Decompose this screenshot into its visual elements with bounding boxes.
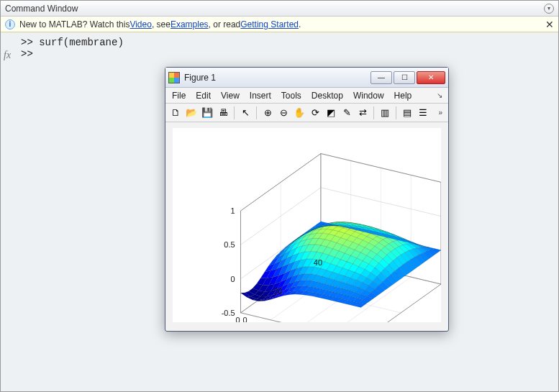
close-button[interactable]: ✕	[417, 71, 445, 84]
dropdown-icon[interactable]: ▾	[544, 4, 554, 14]
matlab-logo-icon	[168, 72, 180, 83]
print-icon[interactable]: 🖶	[216, 106, 230, 120]
menu-edit[interactable]: Edit	[191, 89, 216, 102]
close-info-icon[interactable]: ✕	[545, 19, 554, 30]
menu-view[interactable]: View	[216, 89, 245, 102]
link-video[interactable]: Video	[129, 19, 151, 29]
figure-window[interactable]: Figure 1 — ☐ ✕ File Edit View Insert Too…	[165, 67, 449, 332]
datacursor-icon[interactable]: ◩	[324, 106, 338, 120]
menu-help[interactable]: Help	[389, 89, 417, 102]
info-icon: i	[5, 19, 15, 29]
menu-desktop[interactable]: Desktop	[306, 89, 348, 102]
pointer-icon[interactable]: ↖	[238, 106, 253, 120]
fx-icon[interactable]: fx	[4, 50, 11, 61]
console-line: >>	[21, 48, 553, 60]
svg-text:0: 0	[230, 275, 235, 283]
axes-3d[interactable]: -0.500.5102040010203040	[173, 128, 441, 322]
link-examples[interactable]: Examples	[171, 19, 209, 29]
info-text-lead: New to MATLAB? Watch this	[19, 19, 129, 29]
toolbar-separator	[396, 106, 396, 119]
menu-overflow-icon[interactable]: ↘	[432, 91, 447, 99]
brush-icon[interactable]: ✎	[340, 106, 354, 120]
svg-text:0: 0	[242, 316, 247, 322]
rotate3d-icon[interactable]: ⟳	[308, 106, 322, 120]
save-icon[interactable]: 💾	[200, 106, 214, 120]
menu-file[interactable]: File	[167, 89, 191, 102]
svg-line-21	[240, 313, 360, 322]
svg-text:0: 0	[235, 316, 240, 322]
toolbar-separator	[373, 106, 374, 119]
menu-insert[interactable]: Insert	[245, 89, 276, 102]
command-window-title: Command Window	[5, 4, 78, 14]
zoom-out-icon[interactable]: ⊖	[276, 106, 291, 120]
svg-text:-0.5: -0.5	[222, 309, 235, 317]
pan-icon[interactable]: ✋	[292, 106, 306, 120]
info-stripe: i New to MATLAB? Watch this Video , see …	[1, 17, 558, 32]
command-window-titlebar: Command Window ▾	[1, 1, 558, 17]
toolbar-separator	[256, 106, 257, 119]
link-icon[interactable]: ⇄	[355, 106, 370, 120]
svg-line-24	[240, 313, 360, 322]
open-icon[interactable]: 📂	[184, 106, 199, 120]
svg-text:40: 40	[314, 258, 322, 267]
toolbar-separator	[234, 106, 235, 119]
svg-text:1: 1	[230, 206, 235, 215]
console-area[interactable]: fx >> surf(membrane) >>	[1, 32, 558, 64]
maximize-button[interactable]: ☐	[394, 71, 415, 84]
figure-titlebar[interactable]: Figure 1 — ☐ ✕	[165, 68, 448, 88]
new-figure-icon[interactable]: 🗋	[168, 106, 183, 120]
figure-toolbar: 🗋📂💾🖶↖⊕⊖✋⟳◩✎⇄▥▤☰»	[165, 104, 448, 122]
link-getting-started[interactable]: Getting Started	[240, 19, 299, 29]
legend-icon[interactable]: ▤	[400, 106, 414, 120]
figure-menubar: File Edit View Insert Tools Desktop Wind…	[165, 88, 448, 104]
toolbar-overflow-icon[interactable]: »	[435, 109, 445, 117]
figure-title: Figure 1	[184, 73, 216, 83]
svg-text:20: 20	[273, 287, 282, 296]
console-line: >> surf(membrane)	[21, 37, 553, 48]
colorbar-icon[interactable]: ▥	[378, 106, 392, 120]
zoom-in-icon[interactable]: ⊕	[260, 106, 275, 120]
menu-window[interactable]: Window	[348, 89, 389, 102]
menu-tools[interactable]: Tools	[276, 89, 306, 102]
minimize-button[interactable]: —	[371, 71, 392, 84]
svg-text:0.5: 0.5	[224, 240, 235, 249]
ploteditor-icon[interactable]: ☰	[416, 106, 430, 120]
